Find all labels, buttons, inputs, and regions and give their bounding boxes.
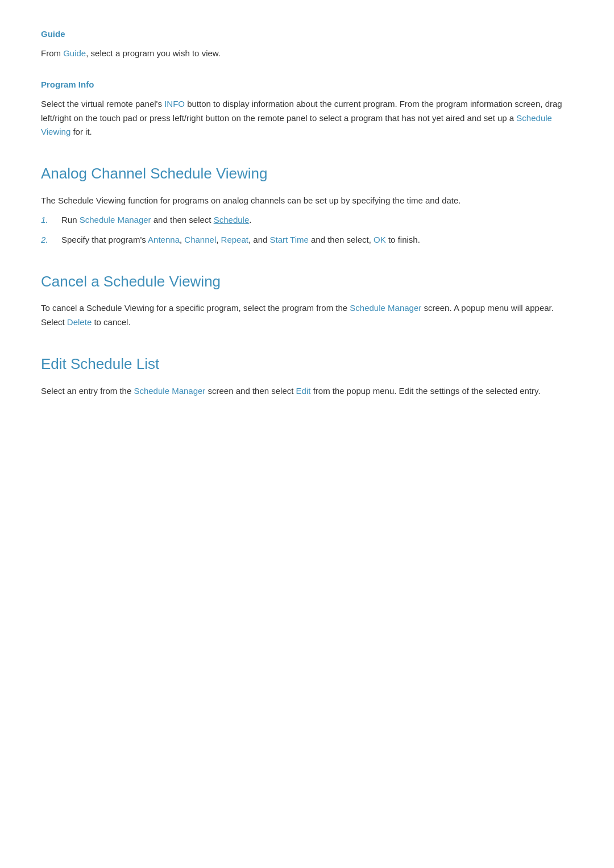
guide-link[interactable]: Guide [63,48,86,58]
cancel-schedule-section: Cancel a Schedule Viewing To cancel a Sc… [41,264,573,330]
edit-link[interactable]: Edit [296,386,311,396]
analog-channel-section: Analog Channel Schedule Viewing The Sche… [41,156,573,247]
edit-schedule-section: Edit Schedule List Select an entry from … [41,347,573,398]
step-2-num: 2. [41,233,61,247]
step-2-sep2: , [216,235,221,244]
guide-heading: Guide [41,27,573,41]
program-info-body: Select the virtual remote panel's INFO b… [41,97,573,139]
step-1-prefix: Run [61,215,80,225]
step-2-middle: and then select, [309,235,374,244]
schedule-link-1[interactable]: Schedule [214,215,250,225]
step-1-middle: and then select [151,215,214,225]
analog-channel-heading: Analog Channel Schedule Viewing [41,156,573,186]
cancel-schedule-suffix: to cancel. [92,317,130,327]
info-link[interactable]: INFO [164,99,185,109]
step-2-content: Specify that program's Antenna, Channel,… [61,233,420,247]
guide-body-prefix: From [41,48,63,58]
guide-body: From Guide, select a program you wish to… [41,47,573,61]
edit-schedule-prefix: Select an entry from the [41,386,134,396]
edit-schedule-middle: screen and then select [205,386,296,396]
step-2: 2. Specify that program's Antenna, Chann… [41,233,573,247]
channel-link[interactable]: Channel [184,235,216,244]
cancel-schedule-prefix: To cancel a Schedule Viewing for a speci… [41,303,350,313]
step-1-suffix: . [249,215,251,225]
schedule-manager-link-1[interactable]: Schedule Manager [80,215,151,225]
step-1: 1. Run Schedule Manager and then select … [41,213,573,227]
start-time-link[interactable]: Start Time [269,235,308,244]
program-info-heading: Program Info [41,78,573,92]
schedule-manager-link-3[interactable]: Schedule Manager [134,386,205,396]
step-2-suffix: to finish. [386,235,420,244]
schedule-manager-link-2[interactable]: Schedule Manager [350,303,421,313]
step-1-content: Run Schedule Manager and then select Sch… [61,213,251,227]
guide-section: Guide From Guide, select a program you w… [41,27,573,61]
antenna-link[interactable]: Antenna [148,235,180,244]
delete-link[interactable]: Delete [67,317,92,327]
cancel-schedule-body: To cancel a Schedule Viewing for a speci… [41,301,573,330]
cancel-schedule-heading: Cancel a Schedule Viewing [41,264,573,294]
step-1-num: 1. [41,213,61,227]
step-2-sep3: , and [248,235,270,244]
analog-channel-steps: 1. Run Schedule Manager and then select … [41,213,573,247]
guide-body-suffix: , select a program you wish to view. [86,48,221,58]
edit-schedule-heading: Edit Schedule List [41,347,573,376]
step-2-prefix: Specify that program's [61,235,148,244]
repeat-link[interactable]: Repeat [221,235,248,244]
program-info-section: Program Info Select the virtual remote p… [41,78,573,139]
program-info-suffix: for it. [70,127,92,136]
ok-link[interactable]: OK [374,235,386,244]
analog-channel-intro: The Schedule Viewing function for progra… [41,194,573,208]
edit-schedule-suffix: from the popup menu. Edit the settings o… [310,386,540,396]
edit-schedule-body: Select an entry from the Schedule Manage… [41,384,573,398]
program-info-prefix: Select the virtual remote panel's [41,99,164,109]
